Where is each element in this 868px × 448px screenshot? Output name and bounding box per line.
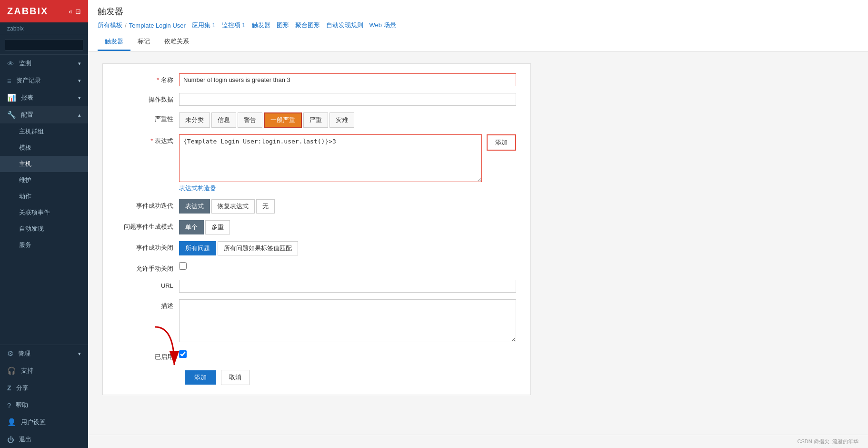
tab-dependencies[interactable]: 依赖关系 [157,33,196,51]
cancel-button[interactable]: 取消 [221,370,249,385]
form-container: 名称 操作数据 严重性 未分类 信息 警告 [102,63,531,395]
expr-textarea[interactable]: {Template Login User:login.user.last()}>… [179,134,482,182]
sidebar-item-help[interactable]: ? 帮助 [0,397,88,414]
page-title: 触发器 [98,6,858,17]
breadcrumb-template-login-user[interactable]: Template Login User [129,22,186,29]
sidebar-item-logout[interactable]: ⏻ 退出 [0,431,88,448]
user-icon: 👤 [7,418,16,427]
expr-add-button[interactable]: 添加 [487,134,516,151]
tab-tags[interactable]: 标记 [130,33,157,51]
recovery-label: 事件成功迭代 [117,199,179,210]
close-all-problems[interactable]: 所有问题 [179,241,216,255]
sidebar-item-correlations[interactable]: 关联项事件 [0,204,88,221]
share-icon: Z [7,384,11,392]
opdata-input[interactable] [179,93,516,106]
sidebar-item-hostgroups[interactable]: 主机群组 [0,123,88,140]
tab-triggers[interactable]: 触发器 [98,33,130,51]
sidebar-item-support[interactable]: 🎧 支持 [0,362,88,379]
severity-info[interactable]: 信息 [211,112,236,128]
breadcrumb-monitor-item[interactable]: 监控项 1 [222,21,246,30]
sidebar-item-services[interactable]: 服务 [0,237,88,253]
collapse-icon[interactable]: « [69,8,72,15]
sidebar-item-config[interactable]: 🔧 配置 ▴ [0,106,88,123]
config-icon: 🔧 [7,111,16,119]
severity-high[interactable]: 严重 [303,112,328,128]
sidebar-label-user-settings: 用户设置 [21,418,46,427]
sidebar-item-share[interactable]: Z 分享 [0,379,88,397]
severity-disaster[interactable]: 灾难 [329,112,354,128]
sidebar-item-user-settings[interactable]: 👤 用户设置 [0,414,88,431]
desc-control [179,299,516,344]
expand-icon[interactable]: ⊡ [75,8,81,15]
manual-close-label: 允许手动关闭 [117,262,179,273]
expr-row: 表达式 {Template Login User:login.user.last… [117,134,516,193]
problem-mode-row: 问题事件生成模式 单个 多重 [117,220,516,234]
chevron-down-icon4: ▾ [78,351,81,357]
breadcrumb-aggregate[interactable]: 聚合图形 [295,21,320,30]
sidebar-label-config: 配置 [21,111,33,119]
recovery-recovery-expr[interactable]: 恢复表达式 [211,199,255,214]
sidebar-item-admin[interactable]: ⚙ 管理 ▾ [0,345,88,362]
breadcrumb-appset[interactable]: 应用集 1 [192,21,216,30]
form-area: 名称 操作数据 严重性 未分类 信息 警告 [88,51,868,435]
chevron-down-icon3: ▾ [78,95,81,101]
sidebar-label-help: 帮助 [16,401,28,409]
sidebar-item-reports[interactable]: 📊 报表 ▾ [0,89,88,106]
severity-unclassified[interactable]: 未分类 [179,112,210,128]
breadcrumb-graphs[interactable]: 图形 [277,21,289,30]
help-icon: ? [7,401,11,409]
sidebar-label-monitor: 监测 [19,59,31,68]
enabled-checkbox-wrap [179,350,516,358]
severity-average[interactable]: 一般严重 [264,112,302,128]
name-input[interactable] [179,73,516,86]
expr-label: 表达式 [117,134,179,145]
problem-mode-single[interactable]: 单个 [179,220,204,234]
desc-textarea[interactable] [179,299,516,342]
severity-warning[interactable]: 警告 [238,112,262,128]
name-control [179,73,516,86]
enabled-control [179,350,516,358]
admin-icon: ⚙ [7,349,13,358]
page-header: 触发器 所有模板 / Template Login User 应用集 1 监控项… [88,0,868,51]
expr-control: {Template Login User:login.user.last()}>… [179,134,516,193]
footer-text: CSDN @指尖_流逝的年华 [797,438,858,444]
logout-icon: ⏻ [7,436,14,444]
recovery-buttons: 表达式 恢复表达式 无 [179,199,516,214]
search-input[interactable] [5,39,83,51]
logo-icons: « ⊡ [69,8,81,15]
manual-close-checkbox[interactable] [179,262,187,270]
problem-mode-multiple[interactable]: 多重 [205,220,230,234]
tabs-container: 触发器 标记 依赖关系 [98,33,858,51]
problem-mode-buttons: 单个 多重 [179,220,516,234]
close-problems-tag-match[interactable]: 所有问题如果标签值匹配 [218,241,298,255]
logo-text: ZABBIX [7,6,48,17]
sidebar-item-assets[interactable]: ≡ 资产记录 ▾ [0,72,88,89]
sidebar-item-actions[interactable]: 动作 [0,188,88,204]
sidebar-label-share: 分享 [16,384,29,392]
breadcrumb-triggers[interactable]: 触发器 [252,21,270,30]
success-close-row: 事件成功关闭 所有问题 所有问题如果标签值匹配 [117,241,516,255]
chevron-up-icon: ▴ [78,112,81,118]
url-input[interactable] [179,280,516,293]
recovery-control: 表达式 恢复表达式 无 [179,199,516,214]
recovery-none[interactable]: 无 [256,199,275,214]
breadcrumb-autodiscover[interactable]: 自动发现规则 [326,21,363,30]
recovery-expr[interactable]: 表达式 [179,199,210,214]
sidebar-item-monitor[interactable]: 👁 监测 ▾ [0,55,88,72]
form-actions: 添加 取消 [117,370,516,385]
sidebar-label-logout: 退出 [19,435,31,444]
sidebar-item-templates[interactable]: 模板 [0,140,88,156]
breadcrumb-web-scenes[interactable]: Web 场景 [369,21,396,30]
sidebar-item-hosts[interactable]: 主机 [0,156,88,172]
severity-control: 未分类 信息 警告 一般严重 严重 灾难 [179,112,516,128]
breadcrumb-all-templates[interactable]: 所有模板 [98,21,122,30]
sidebar-user-label: zabbix [0,22,88,35]
name-row: 名称 [117,73,516,86]
sidebar: ZABBIX « ⊡ zabbix 🔍 👁 监测 ▾ ≡ 资产记录 ▾ 📊 报表… [0,0,88,448]
sidebar-search-container: 🔍 [0,35,88,55]
sidebar-item-maintenance[interactable]: 维护 [0,172,88,188]
expr-builder-link[interactable]: 表达式构造器 [179,184,516,193]
sidebar-item-autodiscover[interactable]: 自动发现 [0,221,88,237]
submit-button[interactable]: 添加 [185,370,216,385]
url-row: URL [117,280,516,293]
